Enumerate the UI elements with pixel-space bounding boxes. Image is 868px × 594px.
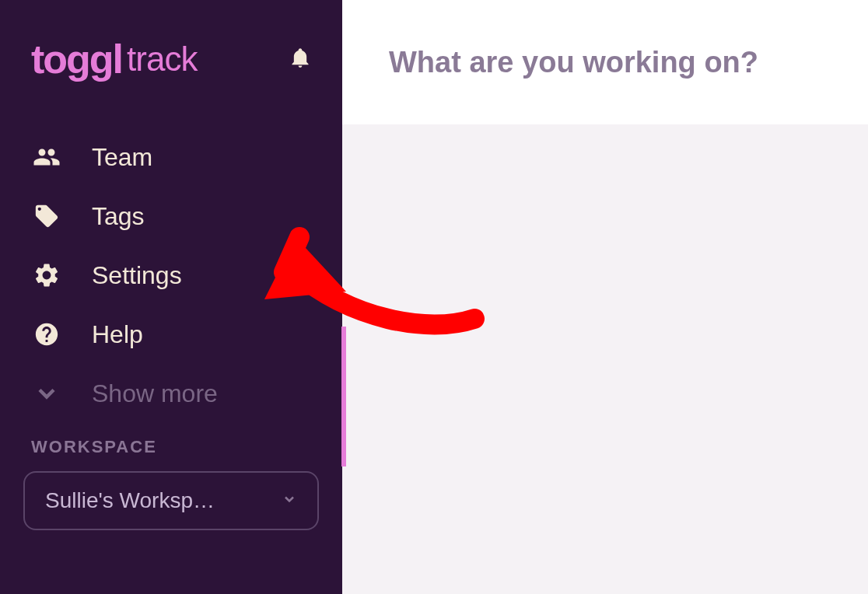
sidebar-item-team[interactable]: Team — [31, 142, 311, 173]
workspace-name: Sullie's Worksp… — [45, 488, 215, 513]
sidebar-item-show-more[interactable]: Show more — [31, 378, 311, 409]
sidebar-item-label: Show more — [92, 379, 218, 408]
main — [342, 0, 868, 594]
workspace-selector[interactable]: Sullie's Worksp… — [23, 471, 319, 530]
logo-brand: toggl — [31, 39, 122, 79]
workspace-section: WORKSPACE Sullie's Worksp… — [0, 437, 342, 530]
sidebar-header: toggl track — [0, 39, 342, 79]
sidebar-item-label: Settings — [92, 261, 182, 290]
sidebar-item-label: Tags — [92, 202, 145, 231]
sidebar-item-label: Help — [92, 320, 143, 349]
chevron-down-icon — [31, 378, 62, 409]
time-entry-input[interactable] — [389, 46, 821, 79]
nav-items: Team Tags Settings H — [0, 142, 342, 409]
bell-icon[interactable] — [289, 45, 311, 73]
help-icon — [31, 319, 62, 350]
logo-product: track — [127, 42, 197, 76]
gear-icon — [31, 260, 62, 291]
sidebar: toggl track Team Tags — [0, 0, 342, 594]
sidebar-item-help[interactable]: Help — [31, 319, 311, 350]
sidebar-item-settings[interactable]: Settings — [31, 260, 311, 291]
tag-icon — [31, 201, 62, 232]
chevron-down-icon — [282, 491, 297, 510]
sidebar-item-label: Team — [92, 143, 152, 172]
accent-line — [341, 327, 346, 466]
team-icon — [31, 142, 62, 173]
sidebar-item-tags[interactable]: Tags — [31, 201, 311, 232]
logo[interactable]: toggl track — [31, 39, 197, 79]
topbar — [342, 0, 868, 124]
workspace-header: WORKSPACE — [23, 437, 319, 457]
